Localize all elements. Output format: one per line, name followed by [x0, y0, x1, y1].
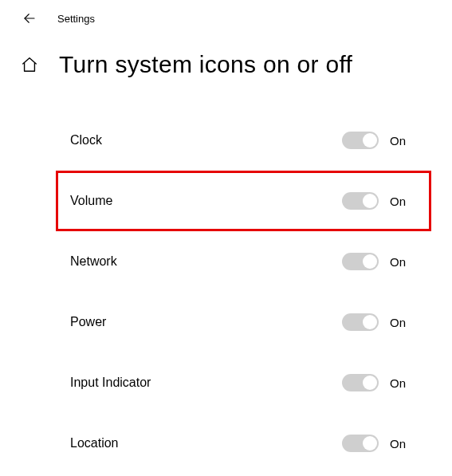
list-item-label: Power — [70, 315, 106, 329]
list-item-label: Volume — [70, 194, 112, 208]
list-item-label: Clock — [70, 133, 102, 148]
toggle-state-label: On — [390, 376, 414, 390]
toggle-group: On — [342, 132, 414, 149]
toggle-group: On — [342, 374, 414, 391]
system-icons-list: Clock On Volume On Network On Power — [0, 86, 452, 474]
toggle-group: On — [342, 192, 414, 210]
list-item-location: Location On — [0, 413, 452, 474]
home-icon — [21, 56, 38, 73]
toggle-group: On — [342, 435, 414, 452]
list-item-input-indicator: Input Indicator On — [0, 352, 452, 413]
list-item-network: Network On — [0, 231, 452, 292]
toggle-state-label: On — [390, 195, 414, 208]
toggle-state-label: On — [390, 255, 414, 269]
toggle-volume[interactable] — [342, 192, 379, 210]
back-button[interactable] — [22, 11, 37, 26]
toggle-network[interactable] — [342, 253, 379, 270]
toggle-knob — [363, 376, 377, 390]
toggle-knob — [363, 194, 377, 208]
list-item-label: Input Indicator — [70, 376, 151, 390]
app-title: Settings — [57, 13, 95, 25]
list-item-clock: Clock On — [0, 110, 452, 171]
toggle-knob — [363, 436, 377, 450]
list-item-volume: Volume On — [0, 171, 452, 231]
list-item-power: Power On — [0, 292, 452, 352]
toggle-state-label: On — [390, 316, 414, 329]
home-button[interactable] — [21, 56, 38, 73]
toggle-knob — [363, 254, 377, 269]
toggle-group: On — [342, 253, 414, 270]
toggle-location[interactable] — [342, 435, 379, 452]
page-title: Turn system icons on or off — [59, 51, 352, 78]
toggle-clock[interactable] — [342, 132, 379, 149]
toggle-power[interactable] — [342, 313, 379, 331]
list-item-label: Network — [70, 254, 117, 269]
settings-header: Settings — [0, 0, 452, 32]
toggle-group: On — [342, 313, 414, 331]
toggle-knob — [363, 315, 377, 329]
toggle-knob — [363, 133, 377, 148]
toggle-state-label: On — [390, 437, 414, 450]
toggle-input-indicator[interactable] — [342, 374, 379, 391]
page-title-row: Turn system icons on or off — [0, 32, 452, 86]
toggle-state-label: On — [390, 134, 414, 148]
arrow-left-icon — [22, 11, 37, 26]
list-item-label: Location — [70, 436, 119, 450]
